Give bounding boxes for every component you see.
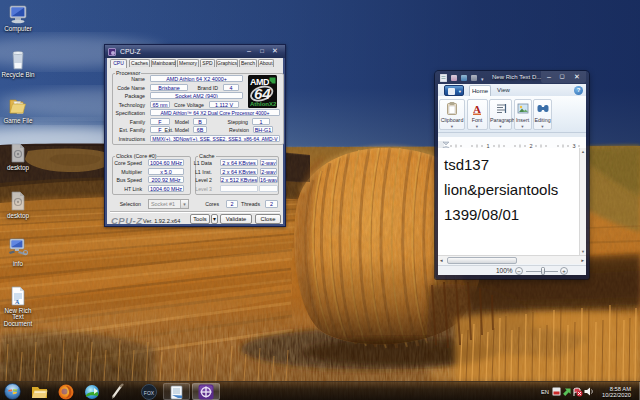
- svg-text:FOX: FOX: [144, 390, 155, 396]
- svg-text:64: 64: [254, 85, 271, 102]
- svg-text:A: A: [15, 299, 20, 305]
- svg-text:A: A: [473, 103, 481, 115]
- svg-text:AthlonX2: AthlonX2: [250, 101, 277, 107]
